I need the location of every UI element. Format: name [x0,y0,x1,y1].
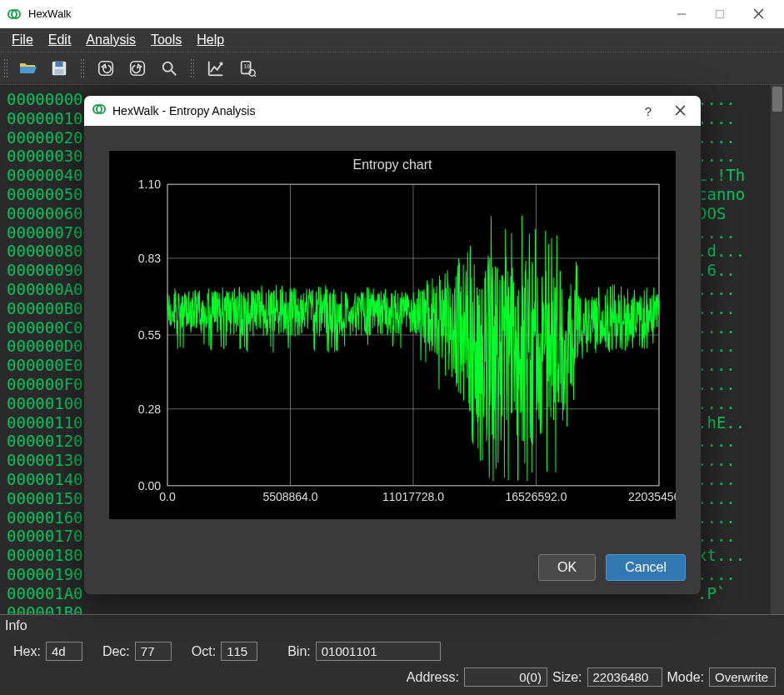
svg-rect-8 [55,69,64,74]
info-title: Info [5,618,779,633]
close-button[interactable] [739,2,777,27]
svg-text:0.0: 0.0 [159,490,176,503]
help-button[interactable]: ? [636,104,661,118]
cancel-button[interactable]: Cancel [606,554,686,581]
toolbar-separator [190,58,195,78]
svg-line-12 [172,71,177,76]
dialog-buttons: OK Cancel [84,544,701,594]
chart-container: Entropy chart0.05508864.011017728.016526… [84,126,701,544]
svg-rect-7 [55,62,62,67]
app-title: HexWalk [28,8,72,20]
address-label: Address: [407,670,459,685]
open-icon[interactable] [15,56,40,81]
chart-icon[interactable] [203,56,228,81]
undo-icon[interactable] [93,56,118,81]
svg-line-16 [254,75,256,77]
menubar: File Edit Analysis Tools Help [0,28,784,52]
svg-text:11017728.0: 11017728.0 [382,490,444,503]
svg-rect-3 [717,10,724,18]
minimize-button[interactable] [662,2,701,27]
dialog-close-button[interactable] [667,104,692,118]
oct-label: Oct: [192,644,216,659]
titlebar: HexWalk [0,0,784,28]
mode-value[interactable]: Overwrite [709,668,776,687]
dec-label: Dec: [102,644,130,659]
svg-text:Entropy chart: Entropy chart [352,157,432,172]
size-value[interactable]: 22036480 [587,668,662,687]
scrollbar[interactable] [771,85,784,614]
toolbar: 10 [0,52,784,85]
main-window: HexWalk File Edit Analysis Tools Help [0,0,784,695]
menu-tools[interactable]: Tools [144,31,188,49]
svg-text:0.83: 0.83 [138,252,161,265]
entropy-chart[interactable]: Entropy chart0.05508864.011017728.016526… [109,151,676,519]
binary-analysis-icon[interactable]: 10 [235,56,260,81]
search-icon[interactable] [157,56,182,81]
size-label: Size: [552,670,582,685]
svg-text:0.55: 0.55 [138,328,161,342]
dec-value[interactable]: 77 [135,642,172,661]
svg-text:5508864.0: 5508864.0 [262,490,317,503]
app-icon [92,102,106,119]
menu-file[interactable]: File [5,31,40,49]
toolbar-separator [80,58,85,78]
address-value[interactable]: 0(0) [464,668,547,687]
bin-value[interactable]: 01001101 [316,642,441,661]
app-icon [7,7,22,22]
save-icon[interactable] [47,56,72,81]
svg-text:10: 10 [243,63,250,70]
scrollbar-thumb[interactable] [772,87,782,112]
svg-text:22035456.0: 22035456.0 [628,490,676,503]
hex-label: Hex: [13,644,41,659]
info-panel: Info Hex: 4d Dec: 77 Oct: 115 Bin: 01001… [0,614,784,695]
window-controls [662,2,777,27]
menu-edit[interactable]: Edit [42,31,78,49]
svg-text:1.10: 1.10 [138,178,161,191]
dialog-title: HexWalk - Entropy Analysis [112,104,255,118]
mode-label: Mode: [667,670,704,685]
entropy-dialog: HexWalk - Entropy Analysis ? Entropy cha… [83,95,702,595]
oct-value[interactable]: 115 [221,642,257,661]
redo-icon[interactable] [125,56,150,81]
hex-value[interactable]: 4d [46,642,82,661]
menu-analysis[interactable]: Analysis [79,31,142,49]
svg-text:0.28: 0.28 [138,402,161,416]
svg-text:16526592.0: 16526592.0 [506,490,567,503]
toolbar-handle[interactable] [3,58,8,78]
bin-label: Bin: [287,644,311,659]
maximize-button[interactable] [701,2,739,27]
svg-text:0.00: 0.00 [138,479,161,492]
ok-button[interactable]: OK [538,554,596,581]
dialog-titlebar: HexWalk - Entropy Analysis ? [84,96,701,126]
svg-point-11 [163,62,172,72]
menu-help[interactable]: Help [190,31,231,49]
